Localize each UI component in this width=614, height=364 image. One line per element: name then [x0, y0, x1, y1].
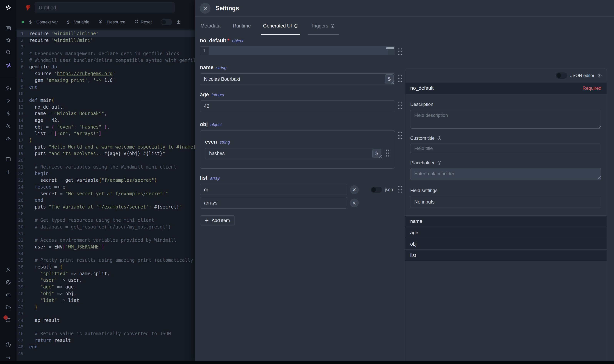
schemas-prism-icon[interactable]	[0, 133, 16, 144]
code-line[interactable]: 19 puts "and its acolytes.. #{age} #{obj…	[16, 150, 195, 157]
user-icon[interactable]	[0, 264, 16, 275]
reset-button[interactable]: Reset	[134, 19, 152, 25]
code-line[interactable]: 5# Windmill uses bundler/inline compatib…	[16, 57, 195, 64]
folders-icon[interactable]	[0, 302, 16, 313]
code-line[interactable]: 7 source 'https://rubygems.org'	[16, 70, 195, 77]
code-line[interactable]: 2require 'windmill/mini'	[16, 37, 195, 44]
drag-handle-icon[interactable]	[398, 101, 402, 110]
code-line[interactable]: 25 secret = "No secret yet at f/examples…	[16, 190, 195, 197]
json-mode-toggle[interactable]	[371, 187, 382, 193]
age-input[interactable]	[200, 101, 395, 112]
remove-item-icon[interactable]: ×	[350, 185, 359, 194]
code-line[interactable]: 42 }	[16, 304, 195, 310]
code-line[interactable]: 45	[16, 324, 195, 330]
list-item-input[interactable]	[200, 184, 347, 195]
code-line[interactable]: 41 "list" => list	[16, 297, 195, 304]
add-plus-icon[interactable]: +	[0, 167, 16, 177]
code-line[interactable]: 11def main(	[16, 97, 195, 104]
no-default-json-input[interactable]: 1	[200, 47, 395, 55]
code-line[interactable]: 39 "age" => age,	[16, 284, 195, 290]
inspector-row-age[interactable]: age	[405, 227, 607, 238]
drag-handle-icon[interactable]	[385, 149, 390, 157]
code-line[interactable]: 46 # Return value is automatically conve…	[16, 330, 195, 337]
drag-handle-icon[interactable]	[398, 185, 402, 193]
code-line[interactable]: 37 "splitted" => name.split,	[16, 270, 195, 277]
code-line[interactable]: 36 result = {	[16, 264, 195, 270]
settings-gear-icon[interactable]	[0, 277, 16, 288]
add-item-button[interactable]: + Add item	[200, 215, 235, 225]
code-editor[interactable]: 1require 'windmill/inline'2require 'wind…	[16, 29, 195, 361]
code-line[interactable]: 31	[16, 230, 195, 237]
code-line[interactable]: 30 # database = get_resource("u/user/my_…	[16, 224, 195, 230]
code-line[interactable]: 1require 'windmill/inline'	[16, 30, 195, 37]
code-line[interactable]: 26 end	[16, 197, 195, 204]
code-line[interactable]: 40 "obj" => obj,	[16, 290, 195, 297]
code-line[interactable]: 6gemfile do	[16, 64, 195, 70]
code-line[interactable]: 14 age = 42,	[16, 117, 195, 124]
remove-item-icon[interactable]: ×	[350, 198, 359, 207]
code-line[interactable]: 27 puts "The variable at 'f/examples/sec…	[16, 204, 195, 210]
insert-variable-dollar-button[interactable]: $	[385, 74, 394, 84]
workspace-icon[interactable]	[0, 23, 16, 34]
even-input[interactable]	[205, 148, 382, 159]
code-line[interactable]: 4# Dependency management: declare gems i…	[16, 50, 195, 57]
add-context-var-button[interactable]: $ +Context var	[29, 19, 58, 25]
variables-dollar-icon[interactable]	[0, 108, 16, 119]
runs-play-icon[interactable]	[0, 95, 16, 106]
close-icon[interactable]: ×	[200, 3, 210, 14]
json-editor-toggle[interactable]	[556, 72, 567, 78]
name-input[interactable]	[200, 73, 395, 85]
code-line[interactable]: 15 obj = { "even": "hashes" },	[16, 124, 195, 130]
code-line[interactable]: 9end	[16, 84, 195, 91]
insert-variable-dollar-button[interactable]: $	[372, 149, 381, 158]
help-icon[interactable]	[0, 339, 16, 350]
search-icon[interactable]	[0, 47, 16, 57]
code-line[interactable]: 32 # Access environment variables provid…	[16, 237, 195, 244]
code-line[interactable]: 28	[16, 210, 195, 217]
tab-metadata[interactable]: Metadata	[200, 17, 221, 35]
schedules-calendar-icon[interactable]	[0, 154, 16, 165]
code-line[interactable]: 34	[16, 250, 195, 257]
assistant-robot-icon[interactable]	[0, 289, 16, 300]
placeholder-textarea[interactable]	[410, 168, 601, 180]
code-line[interactable]: 44 ap result	[16, 317, 195, 324]
code-line[interactable]: 43	[16, 310, 195, 317]
home-icon[interactable]	[0, 83, 16, 93]
code-line[interactable]: 16 list = ["or", "arrays!"]	[16, 130, 195, 137]
custom-title-input[interactable]	[410, 143, 601, 153]
code-line[interactable]: 12 no_default,	[16, 104, 195, 111]
code-line[interactable]: 47 return result	[16, 337, 195, 344]
diff-toggle[interactable]	[160, 19, 172, 25]
add-variable-button[interactable]: $ +Variable	[67, 19, 89, 25]
inspector-row-list[interactable]: list	[405, 250, 607, 261]
code-line[interactable]: 49	[16, 350, 195, 357]
ai-wand-icon[interactable]	[0, 60, 16, 71]
drag-handle-icon[interactable]	[398, 47, 402, 56]
code-line[interactable]: 8 gem 'amazing_print', '~> 1.6'	[16, 77, 195, 84]
description-textarea[interactable]	[410, 110, 601, 129]
windmill-logo-icon[interactable]	[0, 2, 16, 13]
tab-triggers[interactable]: Triggers	[311, 17, 335, 35]
code-line[interactable]: 10	[16, 90, 195, 97]
selected-field-row[interactable]: no_default Required	[405, 82, 607, 94]
code-line[interactable]: 38 "user" => user,	[16, 277, 195, 284]
inspector-row-name[interactable]: name	[405, 216, 607, 227]
resources-cubes-icon[interactable]	[0, 121, 16, 131]
code-line[interactable]: 22 begin	[16, 170, 195, 177]
code-line[interactable]: 48end	[16, 344, 195, 350]
code-line[interactable]: 33 user = ENV['WM_USERNAME']	[16, 244, 195, 250]
code-line[interactable]: 3	[16, 44, 195, 50]
drag-handle-icon[interactable]	[398, 74, 402, 83]
favorites-star-icon[interactable]	[0, 35, 16, 46]
add-resource-button[interactable]: +Resource	[98, 19, 125, 25]
code-line[interactable]: 21 # Retrieve variables using the Windmi…	[16, 164, 195, 170]
code-line[interactable]: 29 # Get typed resources using the mini …	[16, 217, 195, 224]
code-line[interactable]: 13 name = "Nicolas Bourbaki",	[16, 110, 195, 117]
script-title-input[interactable]	[35, 2, 175, 13]
queue-list-icon[interactable]	[0, 314, 16, 325]
inspector-row-obj[interactable]: obj	[405, 238, 607, 250]
code-line[interactable]: 23 secret = get_variable("f/examples/sec…	[16, 177, 195, 184]
code-line[interactable]: 24 rescue => e	[16, 184, 195, 190]
minimap-slider[interactable]	[386, 47, 394, 49]
tab-generated-ui[interactable]: Generated UI	[263, 17, 298, 35]
